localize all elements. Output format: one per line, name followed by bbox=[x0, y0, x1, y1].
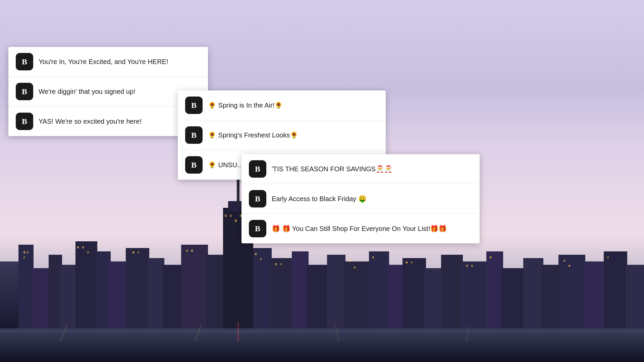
svg-rect-42 bbox=[626, 265, 644, 328]
brand-logo-9: B bbox=[249, 220, 266, 237]
svg-rect-28 bbox=[344, 261, 371, 328]
brand-logo-5: B bbox=[185, 126, 203, 144]
svg-rect-10 bbox=[96, 251, 111, 328]
svg-rect-29 bbox=[369, 251, 389, 328]
svg-rect-16 bbox=[206, 255, 223, 328]
email-row-1[interactable]: B You're In, You're Excited, and You're … bbox=[8, 47, 208, 77]
svg-rect-30 bbox=[387, 265, 404, 328]
svg-rect-36 bbox=[501, 268, 525, 328]
svg-rect-34 bbox=[461, 261, 488, 328]
svg-rect-72 bbox=[607, 256, 609, 258]
email-subject-6: 🌻 UNSU... bbox=[208, 161, 243, 169]
svg-rect-63 bbox=[354, 266, 356, 268]
svg-rect-69 bbox=[490, 256, 491, 258]
svg-rect-5 bbox=[18, 245, 34, 328]
svg-rect-32 bbox=[424, 268, 443, 328]
brand-logo-2: B bbox=[16, 83, 33, 100]
svg-rect-26 bbox=[307, 265, 329, 328]
svg-rect-23 bbox=[253, 248, 272, 328]
brand-logo-4: B bbox=[185, 97, 203, 114]
svg-rect-4 bbox=[0, 261, 20, 328]
svg-rect-61 bbox=[280, 263, 282, 265]
email-subject-4: 🌻 Spring is In the Air!🌻 bbox=[208, 101, 283, 110]
svg-rect-12 bbox=[126, 248, 149, 328]
svg-rect-55 bbox=[235, 220, 237, 222]
svg-rect-46 bbox=[77, 246, 79, 248]
svg-rect-40 bbox=[584, 261, 605, 328]
brand-logo-8: B bbox=[249, 190, 266, 207]
svg-rect-62 bbox=[349, 260, 351, 262]
svg-rect-41 bbox=[604, 251, 627, 328]
svg-rect-8 bbox=[60, 265, 77, 328]
svg-rect-6 bbox=[32, 268, 50, 328]
svg-rect-35 bbox=[486, 251, 503, 328]
svg-rect-71 bbox=[569, 265, 570, 267]
svg-rect-7 bbox=[49, 255, 62, 328]
svg-rect-43 bbox=[23, 251, 25, 253]
svg-rect-38 bbox=[542, 265, 560, 328]
svg-rect-65 bbox=[406, 261, 408, 263]
svg-rect-15 bbox=[181, 245, 208, 328]
svg-rect-25 bbox=[292, 251, 309, 328]
email-row-8[interactable]: B Early Access to Black Friday 🤑 bbox=[241, 184, 480, 214]
svg-rect-49 bbox=[132, 251, 134, 253]
svg-rect-31 bbox=[402, 258, 426, 328]
email-row-5[interactable]: B 🌻 Spring's Freshest Looks🌻 bbox=[178, 120, 386, 150]
svg-rect-45 bbox=[23, 256, 25, 258]
svg-rect-48 bbox=[87, 251, 89, 253]
svg-rect-51 bbox=[186, 250, 188, 252]
svg-rect-54 bbox=[230, 215, 232, 217]
brand-logo-6: B bbox=[185, 156, 203, 174]
brand-logo-1: B bbox=[16, 53, 33, 70]
email-row-7[interactable]: B 'TIS THE SEASON FOR SAVINGS🎅🎅 bbox=[241, 154, 480, 184]
svg-rect-58 bbox=[255, 253, 257, 255]
email-card-3: B 'TIS THE SEASON FOR SAVINGS🎅🎅 B Early … bbox=[241, 154, 480, 243]
email-subject-7: 'TIS THE SEASON FOR SAVINGS🎅🎅 bbox=[272, 165, 392, 173]
svg-rect-37 bbox=[523, 258, 543, 328]
svg-rect-47 bbox=[82, 246, 84, 248]
email-subject-5: 🌻 Spring's Freshest Looks🌻 bbox=[208, 131, 298, 139]
svg-rect-52 bbox=[191, 250, 193, 252]
svg-rect-33 bbox=[441, 255, 463, 328]
svg-rect-59 bbox=[260, 258, 262, 260]
email-row-9[interactable]: B 🎁 🎁 You Can Still Shop For Everyone On… bbox=[241, 214, 480, 243]
email-row-4[interactable]: B 🌻 Spring is In the Air!🌻 bbox=[178, 90, 386, 120]
svg-rect-64 bbox=[372, 256, 374, 258]
email-subject-2: We're diggin' that you signed up! bbox=[39, 87, 136, 96]
svg-rect-9 bbox=[75, 241, 97, 328]
svg-rect-13 bbox=[148, 258, 164, 328]
email-subject-1: You're In, You're Excited, and You're HE… bbox=[39, 57, 168, 66]
svg-rect-70 bbox=[564, 260, 565, 262]
svg-rect-50 bbox=[138, 251, 139, 253]
svg-rect-11 bbox=[109, 261, 127, 328]
svg-rect-53 bbox=[225, 215, 227, 217]
svg-rect-27 bbox=[327, 255, 345, 328]
brand-logo-7: B bbox=[249, 160, 266, 178]
svg-rect-39 bbox=[558, 255, 585, 328]
email-subject-3: YAS! We're so excited you're here! bbox=[39, 117, 142, 126]
svg-rect-60 bbox=[275, 263, 277, 265]
svg-rect-14 bbox=[163, 265, 183, 328]
svg-rect-44 bbox=[27, 251, 29, 253]
svg-rect-66 bbox=[411, 261, 413, 263]
email-subject-9: 🎁 🎁 You Can Still Shop For Everyone On Y… bbox=[272, 224, 447, 233]
email-subject-8: Early Access to Black Friday 🤑 bbox=[272, 194, 367, 203]
svg-rect-68 bbox=[471, 265, 473, 267]
brand-logo-3: B bbox=[16, 113, 33, 130]
svg-rect-24 bbox=[270, 258, 293, 328]
svg-rect-67 bbox=[466, 265, 468, 267]
